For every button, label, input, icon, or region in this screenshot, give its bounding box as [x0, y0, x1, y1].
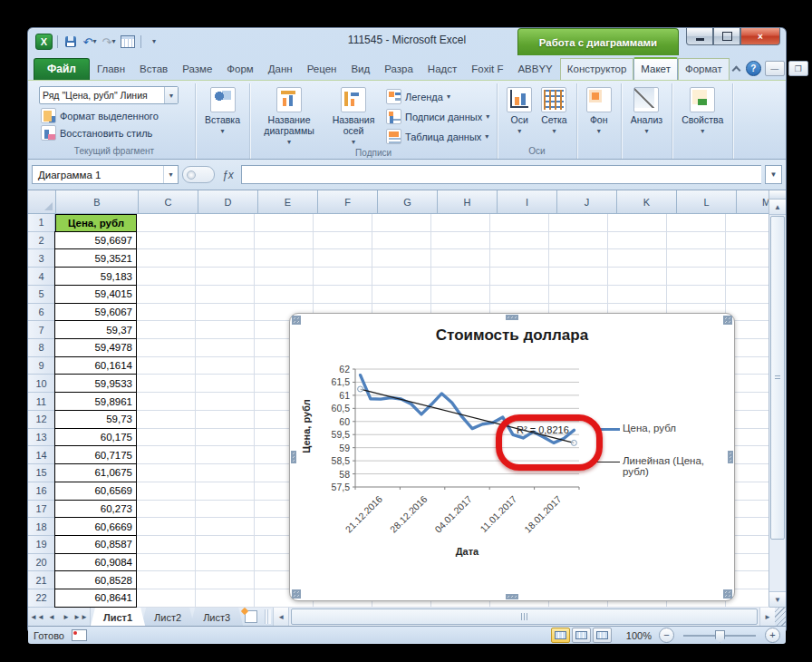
analysis-button[interactable]: Анализ ▾: [627, 84, 666, 135]
cell-L4[interactable]: [667, 268, 726, 286]
row-header-9[interactable]: 9: [28, 357, 55, 375]
background-button[interactable]: Фон ▾: [583, 84, 615, 135]
collapse-ribbon-icon[interactable]: [730, 63, 742, 74]
ribbon-tab-Макет[interactable]: Макет: [633, 57, 678, 80]
cell-B22[interactable]: 60,8641: [54, 589, 137, 608]
resize-handle[interactable]: [292, 316, 301, 325]
cell-C16[interactable]: [137, 482, 196, 501]
row-header-16[interactable]: 16: [28, 482, 55, 501]
row-header-17[interactable]: 17: [28, 501, 55, 519]
cell-B15[interactable]: 61,0675: [54, 463, 137, 482]
sheet-tab-Лист1[interactable]: Лист1: [91, 608, 145, 626]
cell-F4[interactable]: [314, 268, 372, 286]
split-handle[interactable]: [769, 190, 786, 200]
cell-J5[interactable]: [549, 286, 608, 304]
cell-G5[interactable]: [372, 286, 431, 304]
cell-M4[interactable]: [726, 268, 769, 286]
cell-G3[interactable]: [372, 249, 431, 268]
cell-B18[interactable]: 60,6669: [54, 517, 137, 536]
ribbon-tab-Foxit F[interactable]: Foxit F: [464, 58, 510, 80]
ribbon-tab-Встав[interactable]: Встав: [132, 58, 175, 80]
customize-qat-button[interactable]: ▾: [146, 34, 162, 50]
select-all-corner[interactable]: [28, 190, 56, 213]
cell-L2[interactable]: [667, 232, 726, 250]
vertical-scroll-thumb[interactable]: [770, 216, 785, 540]
cell-C5[interactable]: [137, 286, 196, 304]
resize-handle[interactable]: [506, 594, 518, 599]
cell-D10[interactable]: [196, 375, 255, 393]
cell-D18[interactable]: [196, 518, 255, 536]
cell-C9[interactable]: [137, 357, 196, 375]
cell-B10[interactable]: 59,9533: [54, 374, 137, 393]
cell-B7[interactable]: 59,37: [54, 320, 137, 339]
gridlines-button[interactable]: Сетка ▾: [537, 84, 571, 135]
ribbon-tab-Данн[interactable]: Данн: [261, 58, 300, 80]
cell-D16[interactable]: [196, 482, 255, 501]
next-sheet-icon[interactable]: ►: [60, 610, 72, 623]
column-header-J[interactable]: J: [557, 190, 617, 213]
cell-H4[interactable]: [431, 268, 490, 286]
column-header-H[interactable]: H: [438, 190, 498, 213]
cell-K3[interactable]: [608, 249, 667, 268]
cell-D5[interactable]: [196, 286, 255, 304]
cell-E1[interactable]: [255, 214, 314, 232]
cell-M2[interactable]: [726, 232, 769, 250]
cell-E4[interactable]: [255, 268, 314, 286]
cell-D6[interactable]: [196, 304, 255, 322]
cell-B12[interactable]: 59,73: [54, 410, 137, 429]
cell-K1[interactable]: [608, 214, 667, 232]
cell-D12[interactable]: [196, 411, 255, 429]
cell-D8[interactable]: [196, 339, 255, 357]
cell-I4[interactable]: [490, 268, 549, 286]
ribbon-tab-Формат[interactable]: Формат: [678, 58, 730, 80]
page-layout-view-icon[interactable]: [572, 628, 591, 643]
legend-button[interactable]: Легенда ▾: [384, 88, 491, 105]
sheet-tab-Лист2[interactable]: Лист2: [141, 608, 194, 626]
cell-G2[interactable]: [372, 232, 431, 250]
chart-element-combobox[interactable]: Ряд "Цена, рубл" Линия ▼: [39, 86, 179, 104]
column-header-C[interactable]: C: [139, 190, 198, 213]
row-header-15[interactable]: 15: [28, 464, 55, 482]
row-header-22[interactable]: 22: [28, 589, 55, 608]
cell-B17[interactable]: 60,273: [54, 500, 137, 519]
row-header-14[interactable]: 14: [28, 446, 55, 464]
resize-handle[interactable]: [291, 451, 296, 463]
cell-B1[interactable]: Цена, рубл: [55, 214, 137, 232]
column-header-L[interactable]: L: [677, 190, 737, 213]
cell-B16[interactable]: 60,6569: [54, 482, 137, 501]
cell-D9[interactable]: [196, 357, 255, 375]
row-header-20[interactable]: 20: [28, 554, 55, 572]
format-selection-button[interactable]: Формат выделенного: [39, 107, 189, 124]
cell-D11[interactable]: [196, 393, 255, 411]
cell-C7[interactable]: [137, 321, 196, 339]
cell-L3[interactable]: [667, 249, 726, 268]
row-header-21[interactable]: 21: [28, 571, 55, 589]
cell-K2[interactable]: [608, 232, 667, 250]
axis-titles-button[interactable]: Названия осей ▾: [324, 84, 382, 146]
cell-I1[interactable]: [490, 214, 549, 232]
ribbon-tab-Рецен[interactable]: Рецен: [300, 58, 344, 80]
row-header-7[interactable]: 7: [28, 321, 55, 339]
zoom-slider-thumb[interactable]: [715, 630, 725, 643]
cell-F2[interactable]: [314, 232, 372, 250]
cell-C12[interactable]: [137, 411, 196, 429]
cell-C20[interactable]: [137, 554, 196, 572]
cell-C8[interactable]: [137, 339, 196, 357]
chart-title-button[interactable]: Название диаграммы ▾: [256, 84, 323, 146]
cell-C21[interactable]: [137, 571, 196, 589]
row-header-19[interactable]: 19: [28, 536, 55, 554]
ribbon-tab-Разра[interactable]: Разра: [377, 58, 420, 80]
cell-C17[interactable]: [137, 501, 196, 519]
cell-J2[interactable]: [549, 232, 608, 250]
cell-H3[interactable]: [431, 249, 490, 268]
column-header-I[interactable]: I: [498, 190, 557, 213]
close-button[interactable]: ×: [740, 28, 780, 45]
workbook-restore-button[interactable]: ❐: [788, 61, 808, 76]
cell-B3[interactable]: 59,3521: [54, 248, 137, 268]
cell-B6[interactable]: 59,6067: [54, 303, 137, 322]
cell-C22[interactable]: [137, 589, 196, 608]
data-labels-button[interactable]: Подписи данных ▾: [384, 108, 491, 125]
x-axis-title[interactable]: Дата: [355, 546, 579, 557]
cell-K4[interactable]: [608, 268, 667, 286]
cell-B19[interactable]: 60,8587: [54, 535, 137, 554]
